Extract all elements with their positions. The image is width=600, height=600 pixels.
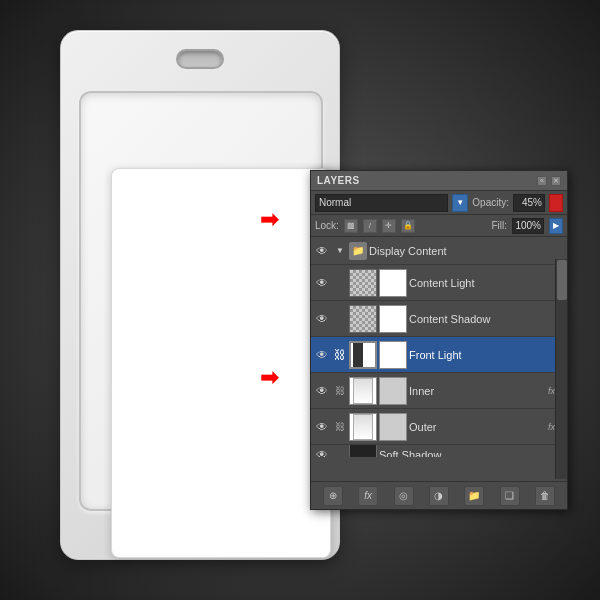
arrow-bottom: ➡ [260,365,278,391]
layer-row-soft-shadow[interactable]: 👁 Soft Shadow [311,445,567,457]
layer-name-front-light: Front Light [409,349,565,361]
layer-row-inner[interactable]: 👁 ⛓ Inner fx ▼ [311,373,567,409]
thumb2-front-light [379,341,407,369]
expand-icon-display-content[interactable]: ▼ [333,244,347,258]
new-adjustment-btn[interactable]: ◑ [429,486,449,506]
lock-all-btn[interactable]: 🔒 [401,219,415,233]
link-icon-content-light [333,274,347,292]
folder-icon-display-content: 📁 [349,242,367,260]
blend-arrow[interactable]: ▼ [452,194,468,212]
layer-row-front-light[interactable]: 👁 ⛓ Front Light [311,337,567,373]
link-icon-content-shadow [333,310,347,328]
panel-toolbar: ⊕ fx ◎ ◑ 📁 ❑ 🗑 [311,481,567,509]
layer-row-content-light[interactable]: 👁 Content Light [311,265,567,301]
layer-name-content-light: Content Light [409,277,565,289]
blend-mode-select[interactable]: Normal Dissolve Multiply Screen [315,194,448,212]
blister-card [60,30,340,560]
add-fx-btn[interactable]: fx [358,486,378,506]
blister-white [111,168,331,558]
layer-name-outer: Outer [409,421,546,433]
fill-arrow-btn[interactable]: ▶ [549,218,563,234]
close-button[interactable]: ✕ [551,176,561,186]
layer-name-content-shadow: Content Shadow [409,313,565,325]
blister-inner [79,91,323,511]
lock-move-btn[interactable]: ✛ [382,219,396,233]
layer-row-outer[interactable]: 👁 ⛓ Outer fx ▼ [311,409,567,445]
thumb2-outer [379,413,407,441]
fill-label: Fill: [491,220,507,231]
fill-input[interactable] [512,218,544,234]
layer-row-content-shadow[interactable]: 👁 Content Shadow [311,301,567,337]
collapse-button[interactable]: « [537,176,547,186]
blend-mode-row: Normal Dissolve Multiply Screen ▼ Opacit… [311,191,567,215]
eye-icon-outer[interactable]: 👁 [313,418,331,436]
layer-name-soft-shadow: Soft Shadow [379,449,565,458]
thumb-soft-shadow [349,445,377,457]
lock-position-btn[interactable]: / [363,219,377,233]
layer-row-display-content[interactable]: 👁 ▼ 📁 Display Content [311,237,567,265]
link-icon-inner[interactable]: ⛓ [333,382,347,400]
delete-layer-btn[interactable]: 🗑 [535,486,555,506]
new-layer-btn[interactable]: ❑ [500,486,520,506]
eye-icon-soft-shadow[interactable]: 👁 [313,446,331,458]
eye-icon-front-light[interactable]: 👁 [313,346,331,364]
layers-scrollbar[interactable] [555,259,567,479]
add-mask-btn[interactable]: ◎ [394,486,414,506]
thumb2-inner [379,377,407,405]
link-icon-front-light[interactable]: ⛓ [333,346,347,364]
panel-titlebar: LAYERS « ✕ [311,171,567,191]
opacity-label: Opacity: [472,197,509,208]
layers-list: 👁 ▼ 📁 Display Content 👁 Content Light 👁 … [311,237,567,457]
thumb-outer [349,413,377,441]
lock-pixels-btn[interactable]: ▩ [344,219,358,233]
eye-icon-content-light[interactable]: 👁 [313,274,331,292]
layer-name-inner: Inner [409,385,546,397]
opacity-color-btn[interactable] [549,194,563,212]
panel-title: LAYERS [317,175,360,186]
scroll-thumb[interactable] [557,260,567,300]
thumb2-content-light [379,269,407,297]
thumb2-content-shadow [379,305,407,333]
panel-controls: « ✕ [537,176,561,186]
opacity-input[interactable] [513,194,545,212]
layer-name-display-content: Display Content [369,245,565,257]
hang-hole [176,49,224,69]
link-layers-btn[interactable]: ⊕ [323,486,343,506]
eye-icon-display-content[interactable]: 👁 [313,242,331,260]
link-icon-soft-shadow [333,446,347,458]
thumb-content-shadow [349,305,377,333]
lock-label: Lock: [315,220,339,231]
layers-panel: LAYERS « ✕ Normal Dissolve Multiply Scre… [310,170,568,510]
link-icon-outer[interactable]: ⛓ [333,418,347,436]
lock-row: Lock: ▩ / ✛ 🔒 Fill: ▶ [311,215,567,237]
arrow-top: ➡ [260,207,278,233]
new-group-btn[interactable]: 📁 [464,486,484,506]
thumb-content-light [349,269,377,297]
eye-icon-content-shadow[interactable]: 👁 [313,310,331,328]
thumb-inner [349,377,377,405]
thumb-front-light [349,341,377,369]
eye-icon-inner[interactable]: 👁 [313,382,331,400]
